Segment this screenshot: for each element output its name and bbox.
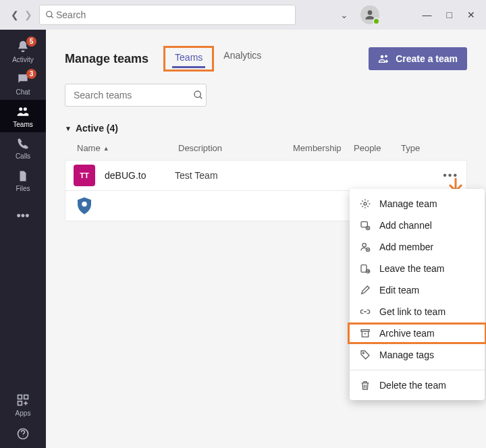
ctx-edit-team[interactable]: Edit team [350, 279, 485, 301]
svg-point-13 [82, 202, 87, 207]
global-search[interactable] [39, 5, 296, 25]
rail-activity[interactable]: Activity 5 [0, 35, 46, 67]
ctx-separator [350, 370, 485, 370]
team-avatar: TT [74, 165, 95, 186]
table-header: Name▲ Description Membership People Type [65, 143, 467, 159]
create-team-icon [378, 53, 390, 65]
rail-help[interactable] [0, 421, 46, 448]
maximize-icon[interactable]: □ [447, 9, 452, 20]
search-teams[interactable] [65, 84, 207, 107]
svg-point-11 [194, 91, 200, 97]
help-icon [16, 427, 30, 443]
more-icon: ••• [17, 210, 30, 222]
team-avatar [74, 195, 95, 217]
svg-rect-5 [18, 395, 22, 399]
page-title: Manage teams [65, 52, 148, 66]
svg-point-22 [362, 352, 364, 354]
ctx-manage-tags[interactable]: Manage tags [350, 344, 485, 366]
svg-point-9 [381, 55, 384, 59]
search-teams-input[interactable] [72, 89, 193, 101]
tag-icon [359, 349, 371, 360]
main-content: Manage teams Teams Analytics Create a te… [46, 30, 486, 448]
search-icon [193, 90, 204, 101]
presence-indicator [373, 18, 380, 25]
rail-calls[interactable]: Calls [0, 132, 46, 165]
minimize-icon[interactable]: — [423, 9, 432, 20]
rail-badge: 3 [26, 69, 36, 79]
nav-forward-icon[interactable]: ❯ [24, 9, 32, 20]
rail-badge: 5 [26, 36, 36, 47]
apps-icon [16, 393, 30, 409]
sort-asc-icon: ▲ [103, 145, 109, 152]
titlebar: ❮ ❯ ⌄ — □ ✕ [0, 0, 486, 30]
search-icon [45, 10, 55, 20]
team-context-menu: Manage team Add channel Add member Leave… [350, 189, 485, 400]
nav-back-icon[interactable]: ❮ [11, 9, 19, 20]
close-icon[interactable]: ✕ [467, 9, 475, 20]
team-name: deBUG.to [105, 170, 175, 181]
rail-label: Teams [13, 121, 32, 128]
ctx-leave-team[interactable]: Leave the team [350, 258, 485, 279]
ctx-label: Leave the team [379, 263, 445, 274]
svg-point-2 [367, 10, 372, 15]
col-type[interactable]: Type [401, 143, 441, 153]
leave-icon [359, 263, 371, 274]
rail-teams[interactable]: Teams [0, 100, 46, 132]
col-description[interactable]: Description [178, 143, 293, 153]
svg-line-1 [51, 16, 53, 18]
create-team-label: Create a team [396, 53, 458, 64]
user-avatar[interactable] [360, 5, 379, 24]
trash-icon [359, 380, 371, 391]
team-row[interactable]: TT deBUG.to Test Team ••• [65, 160, 467, 191]
ctx-manage-team[interactable]: Manage team [350, 193, 485, 215]
rail-label: Calls [16, 152, 30, 160]
ctx-label: Add channel [379, 220, 432, 231]
ctx-label: Archive team [379, 328, 435, 339]
ctx-label: Edit team [379, 285, 419, 296]
section-active-header[interactable]: ▼ Active (4) [65, 123, 467, 134]
ctx-label: Manage tags [379, 349, 434, 360]
create-team-button[interactable]: Create a team [369, 47, 467, 70]
titlebar-menu-icon[interactable]: ⌄ [340, 9, 348, 20]
col-membership[interactable]: Membership [293, 143, 354, 153]
left-rail: Activity 5 Chat 3 Teams Calls Fi [0, 30, 46, 448]
gear-icon [359, 198, 371, 209]
col-name[interactable]: Name▲ [77, 143, 178, 153]
rail-label: Files [16, 185, 30, 192]
svg-rect-7 [18, 401, 22, 405]
file-icon [17, 170, 29, 184]
svg-point-3 [19, 107, 22, 111]
svg-point-10 [385, 55, 387, 57]
svg-rect-6 [24, 395, 28, 399]
pencil-icon [359, 285, 371, 296]
ctx-label: Manage team [379, 198, 437, 209]
ctx-get-link[interactable]: Get link to team [350, 301, 485, 323]
rail-chat[interactable]: Chat 3 [0, 67, 46, 100]
tab-teams[interactable]: Teams [163, 46, 214, 72]
ctx-label: Delete the team [379, 380, 446, 391]
archive-icon [359, 328, 371, 339]
section-title: Active (4) [76, 123, 118, 134]
svg-point-17 [362, 244, 366, 247]
ctx-label: Add member [379, 242, 433, 252]
tab-analytics[interactable]: Analytics [214, 46, 271, 72]
svg-point-14 [364, 202, 367, 205]
teams-icon [16, 105, 30, 120]
ctx-delete-team[interactable]: Delete the team [350, 374, 485, 396]
global-search-input[interactable] [55, 9, 290, 21]
caret-down-icon: ▼ [65, 125, 72, 132]
ctx-archive-team[interactable]: Archive team [348, 323, 486, 344]
ctx-add-member[interactable]: Add member [350, 236, 485, 258]
team-description: Test Team [175, 170, 290, 181]
tabs: Teams Analytics [163, 46, 271, 72]
rail-label: Activity [12, 56, 34, 63]
rail-apps[interactable]: Apps [0, 389, 46, 421]
col-people[interactable]: People [354, 143, 401, 153]
svg-point-4 [24, 107, 27, 111]
rail-label: Apps [16, 410, 31, 417]
rail-label: Chat [16, 88, 30, 96]
rail-more[interactable]: ••• [0, 200, 46, 232]
ctx-add-channel[interactable]: Add channel [350, 215, 485, 236]
svg-rect-21 [361, 330, 369, 332]
rail-files[interactable]: Files [0, 165, 46, 197]
